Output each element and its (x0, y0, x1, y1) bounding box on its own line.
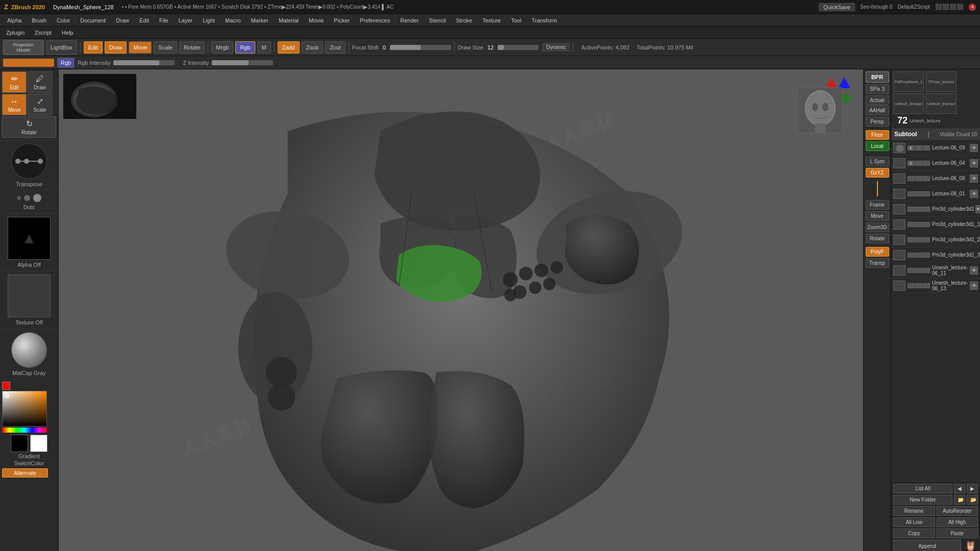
subtool-item-1[interactable]: ◧ Lecture-06_04 👁 (891, 156, 980, 171)
list-right-arrow[interactable]: ▶ (967, 484, 978, 493)
rgb-intensity-slider[interactable] (113, 60, 175, 65)
matcap-section[interactable]: MatCap Gray (0, 329, 58, 380)
st-3-icon-a[interactable] (908, 191, 915, 196)
close-button[interactable]: ✕ (969, 4, 976, 11)
edit-button[interactable]: Edit (84, 41, 103, 54)
all-high-button[interactable]: All High (937, 517, 978, 527)
aahalf-button[interactable]: AAHalf (866, 106, 889, 115)
all-low-button[interactable]: All Low (893, 517, 935, 527)
st-6-icon-a[interactable] (908, 237, 915, 242)
folder-icon-btn[interactable]: 📁 (954, 495, 965, 505)
st-eye-4[interactable]: 👁 (975, 205, 980, 213)
move-rt-button[interactable]: Move (866, 211, 889, 221)
lightbox-button[interactable]: LightBox (46, 40, 77, 55)
menu-movie[interactable]: Movie (304, 16, 329, 24)
st-7-icon-a[interactable] (908, 253, 915, 258)
menu-edit[interactable]: Edit (134, 16, 154, 24)
folder-icon-btn2[interactable]: 📂 (967, 495, 978, 505)
transp-button[interactable]: Transp (866, 258, 889, 268)
st-2-icon-c[interactable] (923, 176, 930, 181)
edit-tool-draw[interactable]: 🖊 Draw (28, 71, 52, 93)
matcap-preview[interactable] (11, 332, 47, 368)
subtool-item-5[interactable]: Pm3d_cylinder3d1_1 👁 (891, 217, 980, 232)
rotate-rt-button[interactable]: Rotate (866, 234, 889, 243)
nav-help[interactable]: Help (58, 29, 78, 37)
draw-button[interactable]: Draw (105, 41, 127, 54)
menu-layer[interactable]: Layer (174, 16, 198, 24)
foreground-swatch[interactable] (11, 435, 28, 452)
polyf-button[interactable]: PolyF (866, 247, 889, 257)
rename-button[interactable]: Rename (893, 506, 935, 516)
copy-button[interactable]: Copy (893, 529, 935, 538)
spix-button[interactable]: SPix 3 (866, 84, 889, 94)
subtool-item-4[interactable]: Pm3d_cylinder3d1 👁 (891, 202, 980, 217)
st-6-icon-b[interactable] (915, 237, 922, 242)
st-eye-0[interactable]: 👁 (970, 144, 978, 152)
menu-brush[interactable]: Brush (27, 16, 52, 24)
move-button[interactable]: Move (129, 41, 152, 54)
st-7-icon-c[interactable] (923, 253, 930, 258)
thumb-1[interactable]: TMPolyMesh_1 (893, 71, 924, 92)
st-5-icon-b[interactable] (915, 222, 922, 227)
st-eye-1[interactable]: 👁 (970, 159, 978, 167)
persp-button[interactable]: Persp (866, 117, 889, 127)
thumb-4[interactable]: UMesh_Extract (926, 93, 957, 114)
st-4-icon-b[interactable] (915, 207, 922, 212)
append-button[interactable]: Append (893, 540, 961, 551)
frame-button[interactable]: Frame (866, 200, 889, 210)
st-8-icon-a[interactable] (908, 268, 915, 273)
lsym-button[interactable]: L Sym (866, 157, 889, 166)
zoom3d-button[interactable]: Zoom3D (866, 222, 889, 232)
menu-document[interactable]: Document (75, 16, 111, 24)
mrgb-button[interactable]: Mrgb (211, 41, 233, 54)
dynamic-button[interactable]: Dynamic (543, 43, 570, 51)
menu-draw[interactable]: Draw (111, 16, 134, 24)
quicksave-button[interactable]: QuickSave (819, 3, 855, 11)
st-8-icon-c[interactable] (923, 268, 930, 273)
scale-button[interactable]: Scale (154, 41, 177, 54)
st-1-icon-c[interactable] (923, 161, 930, 166)
st-9-icon-c[interactable] (923, 283, 930, 288)
st-9-icon-b[interactable] (915, 283, 922, 288)
menu-render[interactable]: Render (395, 16, 424, 24)
list-left-arrow[interactable]: ◀ (954, 484, 965, 493)
edit-tool-rotate[interactable]: ↻ Rotate (2, 116, 56, 138)
zsub-button[interactable]: Zsub (302, 41, 323, 54)
paste-button[interactable]: Paste (937, 529, 978, 538)
nav-zscript[interactable]: Zscript (31, 29, 56, 37)
menu-file[interactable]: File (154, 16, 174, 24)
st-5-icon-c[interactable] (923, 222, 930, 227)
st-4-icon-c[interactable] (923, 207, 930, 212)
alternate-button[interactable]: Alternate (2, 468, 48, 478)
alpha-section[interactable]: ▲ Alpha Off (0, 214, 58, 271)
st-icon-a[interactable]: ◧ (908, 145, 915, 151)
subtool-item-2[interactable]: Lecture-06_08 👁 (891, 171, 980, 186)
rotate-button[interactable]: Rotate (179, 41, 205, 54)
st-2-icon-b[interactable] (915, 176, 922, 181)
menu-stencil[interactable]: Stencil (424, 16, 451, 24)
rgb-button[interactable]: Rgb (235, 41, 255, 54)
st-8-icon-b[interactable] (915, 268, 922, 273)
local-button[interactable]: Local (866, 141, 889, 151)
color-picker-box[interactable] (2, 391, 47, 427)
st-2-icon-a[interactable] (908, 176, 915, 181)
m-button[interactable]: M (257, 41, 271, 54)
texture-section[interactable]: Texture Off (0, 271, 58, 329)
st-3-icon-b[interactable] (915, 191, 922, 196)
list-all-button[interactable]: List All (893, 484, 952, 493)
actual-button[interactable]: Actual (866, 95, 889, 105)
subtool-item-8[interactable]: Umesh_lecture-06_11 👁 (891, 263, 980, 278)
autoreorder-button[interactable]: AutoReorder (937, 506, 978, 516)
st-9-icon-a[interactable] (908, 283, 915, 288)
thumb-3[interactable]: UMesh_Extract (893, 93, 924, 114)
subtool-item-6[interactable]: Pm3d_cylinder3d1_2 👁 (891, 232, 980, 247)
st-3-icon-c[interactable] (923, 191, 930, 196)
rgb-intensity-label[interactable]: Rgb (57, 58, 75, 68)
st-eye-2[interactable]: 👁 (970, 174, 978, 183)
menu-macro[interactable]: Macro (220, 16, 246, 24)
zcut-button[interactable]: Zcut (325, 41, 345, 54)
menu-tool[interactable]: Tool (506, 16, 526, 24)
menu-color[interactable]: Color (52, 16, 75, 24)
menu-light[interactable]: Light (198, 16, 220, 24)
menu-texture[interactable]: Texture (477, 16, 506, 24)
